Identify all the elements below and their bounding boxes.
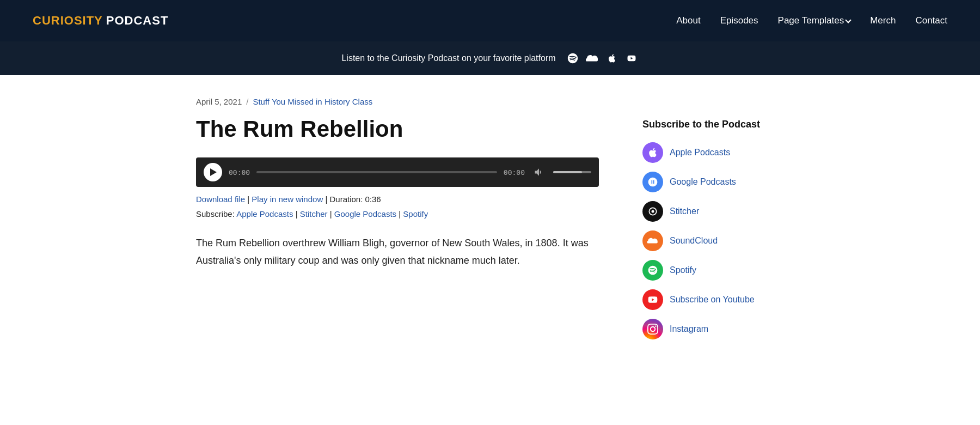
soundcloud-icon [642,230,663,251]
breadcrumb: April 5, 2021 / Stuff You Missed in Hist… [196,97,599,106]
time-total: 00:00 [504,168,525,177]
soundcloud-banner-icon[interactable] [585,51,599,65]
sidebar-instagram[interactable]: Instagram [642,319,784,339]
main-wrapper: April 5, 2021 / Stuff You Missed in Hist… [163,75,817,361]
post-description: The Rum Rebellion overthrew William Blig… [196,235,599,269]
sidebar-youtube[interactable]: Subscribe on Youtube [642,289,784,310]
sidebar: Subscribe to the Podcast Apple Podcasts … [642,97,784,339]
google-podcasts-icon [642,172,663,192]
subscribe-row: Subscribe: Apple Podcasts | Stitcher | G… [196,209,599,218]
nav-item-about[interactable]: About [676,15,700,26]
sidebar-apple-podcasts[interactable]: Apple Podcasts [642,142,784,163]
play-button[interactable] [204,163,222,181]
nav-item-contact[interactable]: Contact [915,15,947,26]
stitcher-icon [642,201,663,222]
platform-icons [566,51,639,65]
youtube-banner-icon[interactable] [624,51,639,65]
apple-banner-icon[interactable] [605,51,619,65]
youtube-icon [642,289,663,310]
nav-item-merch[interactable]: Merch [870,15,896,26]
subscribe-label: Subscribe: [196,209,235,218]
spotify-icon [642,260,663,281]
time-current: 00:00 [229,168,250,177]
sidebar-title: Subscribe to the Podcast [642,119,784,130]
progress-track[interactable] [256,171,497,173]
volume-fill [553,171,582,173]
apple-podcasts-link[interactable]: Apple Podcasts [670,148,730,157]
download-link[interactable]: Download file [196,195,245,204]
sidebar-soundcloud[interactable]: SoundCloud [642,230,784,251]
player-links: Download file | Play in new window | Dur… [196,195,599,204]
subscribe-list: Apple Podcasts Google Podcasts Stitcher … [642,142,784,339]
audio-player: 00:00 00:00 [196,157,599,187]
youtube-link[interactable]: Subscribe on Youtube [670,295,755,305]
mute-button[interactable] [531,167,547,178]
soundcloud-link[interactable]: SoundCloud [670,236,718,246]
category-link[interactable]: Stuff You Missed in History Class [253,97,372,106]
apple-podcasts-icon [642,142,663,163]
banner-text: Listen to the Curiosity Podcast on your … [341,53,555,63]
post-date: April 5, 2021 [196,97,242,106]
spotify-link[interactable]: Spotify [670,265,696,275]
chevron-down-icon [846,17,852,23]
volume-slider[interactable] [553,171,591,173]
navbar: CURIOSITY PODCAST About Episodes Page Te… [0,0,980,41]
subscribe-stitcher-link[interactable]: Stitcher [300,209,328,218]
sidebar-stitcher[interactable]: Stitcher [642,201,784,222]
nav-item-episodes[interactable]: Episodes [720,15,758,26]
google-podcasts-link[interactable]: Google Podcasts [670,177,736,187]
logo-curiosity: CURIOSITY [33,14,103,28]
nav-item-page-templates[interactable]: Page Templates [778,15,851,26]
content-area: April 5, 2021 / Stuff You Missed in Hist… [196,97,599,339]
play-new-window-link[interactable]: Play in new window [252,195,323,204]
subscribe-apple-link[interactable]: Apple Podcasts [236,209,293,218]
sidebar-spotify[interactable]: Spotify [642,260,784,281]
duration-text: Duration: 0:36 [329,195,381,204]
subscribe-spotify-link[interactable]: Spotify [403,209,428,218]
breadcrumb-separator: / [246,97,248,106]
logo-podcast: PODCAST [106,14,169,28]
instagram-link[interactable]: Instagram [670,324,708,334]
platform-banner: Listen to the Curiosity Podcast on your … [0,41,980,75]
instagram-icon [642,319,663,339]
subscribe-google-link[interactable]: Google Podcasts [334,209,396,218]
nav-links: About Episodes Page Templates Merch Cont… [676,15,947,26]
logo[interactable]: CURIOSITY PODCAST [33,14,168,28]
post-title: The Rum Rebellion [196,116,599,142]
play-icon [210,168,217,176]
svg-point-1 [652,210,654,213]
spotify-banner-icon[interactable] [566,51,580,65]
sidebar-google-podcasts[interactable]: Google Podcasts [642,172,784,192]
stitcher-link[interactable]: Stitcher [670,207,699,216]
